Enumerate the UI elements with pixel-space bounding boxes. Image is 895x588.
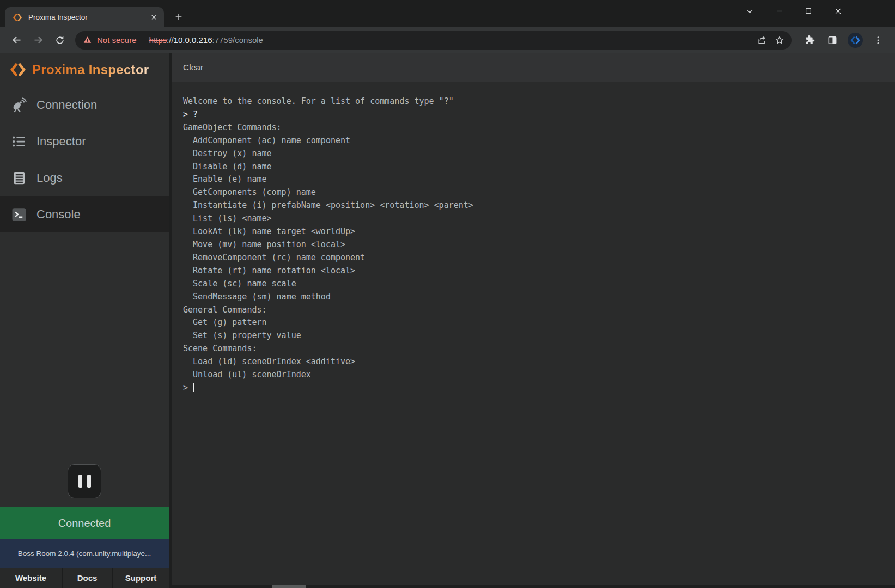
- console-line: Scene Commands:: [183, 342, 884, 356]
- console-line: > ?: [183, 108, 884, 121]
- console-line: General Commands:: [183, 304, 884, 317]
- reload-button[interactable]: [50, 30, 70, 50]
- project-info: Boss Room 2.0.4 (com.unity.multiplaye...: [0, 539, 169, 568]
- horizontal-scrollbar[interactable]: [172, 585, 895, 588]
- browser-tab[interactable]: Proxima Inspector: [5, 7, 164, 27]
- footer-link-docs[interactable]: Docs: [63, 568, 113, 588]
- url-path: :7759/console: [212, 35, 263, 45]
- terminal-icon: [11, 206, 27, 223]
- url-separator: ://: [167, 35, 174, 45]
- app-brand: Proxima Inspector: [0, 53, 169, 87]
- console-line: RemoveComponent (rc) name component: [183, 252, 884, 265]
- console-line: List (ls) <name>: [183, 212, 884, 225]
- footer-link-website[interactable]: Website: [0, 568, 63, 588]
- console-line: AddComponent (ac) name component: [183, 134, 884, 148]
- sidebar: Proxima Inspector Connection: [0, 53, 169, 588]
- text-cursor: [193, 383, 194, 392]
- warning-triangle-icon: [83, 35, 92, 45]
- url-text: https://10.0.0.216:7759/console: [149, 35, 263, 45]
- console-line: Rotate (rt) name rotation <local>: [183, 265, 884, 278]
- connection-status-badge: Connected: [0, 507, 169, 539]
- new-tab-button[interactable]: [171, 9, 187, 25]
- console-line: Set (s) property value: [183, 329, 884, 342]
- close-window-button[interactable]: [823, 0, 853, 22]
- console-line: LookAt (lk) name target <worldUp>: [183, 225, 884, 238]
- security-chip[interactable]: Not secure: [83, 35, 143, 45]
- sidebar-nav: Connection Inspector: [0, 87, 169, 232]
- browser-window: Proxima Inspector: [0, 0, 895, 588]
- sidebar-item-logs[interactable]: Logs: [0, 160, 169, 196]
- browser-menu-kebab-button[interactable]: [868, 30, 888, 50]
- app-title: Proxima Inspector: [32, 62, 149, 77]
- console-toolbar: Clear: [172, 53, 895, 82]
- sidebar-item-label: Inspector: [36, 134, 86, 149]
- console-line: GetComponents (comp) name: [183, 186, 884, 199]
- url-scheme: https: [149, 35, 167, 45]
- console-output: Welcome to the console. For a list of co…: [183, 95, 884, 382]
- share-button[interactable]: [753, 32, 771, 49]
- extensions-area: [798, 30, 890, 50]
- tab-search-chevron-icon[interactable]: [735, 0, 764, 22]
- tab-close-icon[interactable]: [148, 11, 160, 23]
- console-line: Enable (e) name: [183, 173, 884, 186]
- sidebar-item-console[interactable]: Console: [0, 196, 169, 232]
- console-prompt[interactable]: >: [183, 382, 884, 395]
- prompt-symbol: >: [183, 383, 193, 393]
- console-line: Unload (ul) sceneOrIndex: [183, 369, 884, 382]
- sidebar-footer: Website Docs Support: [0, 568, 169, 588]
- address-bar[interactable]: Not secure https://10.0.0.216:7759/conso…: [75, 31, 792, 50]
- console-area[interactable]: Welcome to the console. For a list of co…: [172, 82, 895, 588]
- extensions-puzzle-button[interactable]: [800, 30, 819, 50]
- browser-toolbar: Not secure https://10.0.0.216:7759/conso…: [0, 27, 895, 53]
- bookmark-star-button[interactable]: [771, 32, 788, 49]
- minimize-button[interactable]: [764, 0, 794, 22]
- page-content: Proxima Inspector Connection: [0, 53, 895, 588]
- document-icon: [11, 170, 27, 186]
- console-line: Welcome to the console. For a list of co…: [183, 95, 884, 108]
- console-line: GameObject Commands:: [183, 121, 884, 134]
- proxima-extension-button[interactable]: [845, 30, 865, 50]
- sidebar-item-label: Console: [36, 207, 81, 222]
- browser-titlebar: Proxima Inspector: [0, 0, 895, 27]
- console-line: Move (mv) name position <local>: [183, 238, 884, 252]
- sidebar-item-connection[interactable]: Connection: [0, 87, 169, 123]
- sidebar-item-label: Logs: [36, 171, 63, 185]
- console-line: Load (ld) sceneOrIndex <additive>: [183, 356, 884, 369]
- url-host: 10.0.0.216: [174, 35, 212, 45]
- console-line: Scale (sc) name scale: [183, 278, 884, 291]
- window-controls: [735, 0, 853, 22]
- pause-icon: [87, 475, 91, 488]
- proxima-favicon-icon: [13, 13, 22, 22]
- tab-title: Proxima Inspector: [28, 13, 148, 21]
- chip-divider: [143, 35, 143, 45]
- sidebar-item-label: Connection: [36, 98, 97, 112]
- security-label: Not secure: [97, 35, 137, 45]
- pause-icon: [78, 475, 82, 488]
- console-line: Get (g) pattern: [183, 316, 884, 329]
- back-button[interactable]: [7, 30, 26, 50]
- pause-row: [0, 464, 169, 498]
- side-panel-button[interactable]: [823, 30, 842, 50]
- console-panel: Clear Welcome to the console. For a list…: [172, 53, 895, 588]
- console-line: Instantiate (i) prefabName <position> <r…: [183, 199, 884, 212]
- console-line: SendMessage (sm) name method: [183, 291, 884, 304]
- forward-button[interactable]: [28, 30, 48, 50]
- sidebar-item-inspector[interactable]: Inspector: [0, 123, 169, 160]
- pause-button[interactable]: [68, 464, 101, 498]
- console-line: Disable (d) name: [183, 161, 884, 174]
- maximize-button[interactable]: [794, 0, 823, 22]
- console-line: Destroy (x) name: [183, 148, 884, 161]
- clear-button[interactable]: Clear: [183, 63, 203, 72]
- proxima-logo-icon: [10, 62, 26, 78]
- satellite-icon: [11, 97, 27, 113]
- list-icon: [11, 133, 27, 150]
- footer-link-support[interactable]: Support: [113, 568, 169, 588]
- horizontal-scrollbar-thumb[interactable]: [272, 585, 306, 588]
